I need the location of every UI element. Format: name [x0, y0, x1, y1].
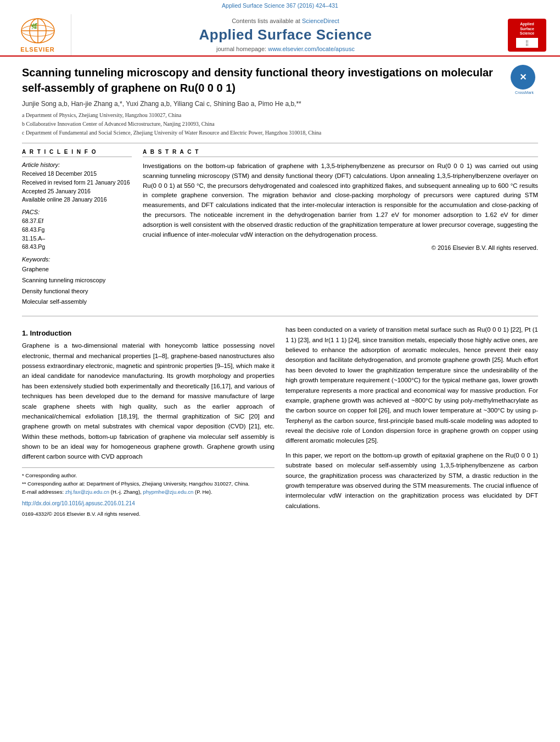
- received-date: Received 18 December 2015: [22, 170, 132, 178]
- email-info: E-mail addresses: zhj.fax@zju.edu.cn (H.…: [22, 488, 275, 496]
- pacs-2: 31.15.A–: [22, 235, 132, 243]
- abstract-label: A B S T R A C T: [143, 149, 538, 157]
- accepted-date: Accepted 25 January 2016: [22, 187, 132, 196]
- page: Applied Surface Science 367 (2016) 424–4…: [0, 0, 560, 742]
- email-link-2[interactable]: phypmhe@zju.edu.cn: [143, 489, 193, 495]
- intro-para1: Graphene is a two-dimensional material w…: [22, 341, 275, 462]
- abstract-column: A B S T R A C T Investigations on the bo…: [143, 149, 538, 308]
- article-history: Article history: Received 18 December 20…: [22, 161, 132, 204]
- article-content: Scanning tunneling microscopy and densit…: [0, 57, 560, 527]
- pacs-section: PACS: 68.37.Ef 68.43.Fg 31.15.A– 68.43.P…: [22, 209, 132, 252]
- keywords-section: Keywords: Graphene Scanning tunneling mi…: [22, 256, 132, 308]
- journal-logo-right: AppliedSurfaceScience ||||||: [500, 14, 549, 55]
- article-title: Scanning tunneling microscopy and densit…: [22, 65, 502, 96]
- keyword-0: Graphene: [22, 264, 132, 275]
- affiliation-c: c Department of Fundamental and Social S…: [22, 129, 502, 137]
- crossmark-badge: ✕ CrossMark: [511, 65, 538, 94]
- keyword-1: Scanning tunneling microscopy: [22, 275, 132, 286]
- intro-para2-right: has been conducted on a variety of trans…: [285, 325, 538, 446]
- body-left-col: 1. Introduction Graphene is a two-dimens…: [22, 325, 275, 518]
- intro-para3-right: In this paper, we report on the bottom-u…: [285, 450, 538, 511]
- pacs-3: 68.43.Pg: [22, 243, 132, 252]
- article-title-text: Scanning tunneling microscopy and densit…: [22, 65, 502, 137]
- article-info-label: A R T I C L E I N F O: [22, 149, 132, 157]
- elsevier-label: ELSEVIER: [20, 46, 54, 53]
- abstract-copyright: © 2016 Elsevier B.V. All rights reserved…: [143, 244, 538, 251]
- journal-title: Applied Surface Science: [199, 26, 372, 43]
- sciencedirect-link[interactable]: ScienceDirect: [302, 18, 339, 24]
- article-authors: Junjie Song a,b, Han-jie Zhang a,*, Yuxi…: [22, 100, 502, 108]
- svg-text:🌿: 🌿: [31, 23, 38, 30]
- doi-link: http://dx.doi.org/10.1016/j.apsusc.2016.…: [22, 499, 275, 508]
- affiliation-a: a Department of Physics, Zhejiang Univer…: [22, 111, 502, 120]
- crossmark-icon: ✕: [511, 65, 535, 90]
- affiliation-b: b Collaborative Innovation Center of Adv…: [22, 120, 502, 129]
- journal-center: Contents lists available at ScienceDirec…: [71, 14, 500, 55]
- info-abstract-row: A R T I C L E I N F O Article history: R…: [22, 149, 538, 316]
- doi-anchor[interactable]: http://dx.doi.org/10.1016/j.apsusc.2016.…: [22, 500, 135, 506]
- abstract-text: Investigations on the bottom-up fabricat…: [143, 161, 538, 240]
- footnote-area: * Corresponding author. ** Corresponding…: [22, 467, 275, 518]
- history-label: Article history:: [22, 161, 132, 168]
- keywords-label: Keywords:: [22, 256, 132, 263]
- available-date: Available online 28 January 2016: [22, 196, 132, 204]
- received-revised-date: Received in revised form 21 January 2016: [22, 178, 132, 187]
- aps-logo: AppliedSurfaceScience ||||||: [508, 19, 546, 52]
- article-title-area: Scanning tunneling microscopy and densit…: [22, 65, 538, 143]
- body-two-col: 1. Introduction Graphene is a two-dimens…: [22, 325, 538, 518]
- email-link-1[interactable]: zhj.fax@zju.edu.cn: [65, 489, 109, 495]
- intro-heading: 1. Introduction: [22, 329, 275, 337]
- corresponding-author-1: * Corresponding author.: [22, 471, 275, 479]
- elsevier-logo: 🌿 ELSEVIER: [11, 14, 71, 55]
- homepage-url[interactable]: www.elsevier.com/locate/apsusc: [268, 46, 355, 52]
- journal-header: 🌿 ELSEVIER Contents lists available at S…: [0, 11, 560, 57]
- pacs-1: 68.43.Fg: [22, 226, 132, 235]
- issn-text: 0169-4332/© 2016 Elsevier B.V. All right…: [22, 510, 275, 518]
- keyword-2: Density functional theory: [22, 286, 132, 297]
- article-info-column: A R T I C L E I N F O Article history: R…: [22, 149, 132, 308]
- body-right-col: has been conducted on a variety of trans…: [285, 325, 538, 518]
- affiliations: a Department of Physics, Zhejiang Univer…: [22, 111, 502, 137]
- pacs-label: PACS:: [22, 209, 132, 215]
- pacs-0: 68.37.Ef: [22, 217, 132, 226]
- corresponding-author-2: ** Corresponding author at: Department o…: [22, 479, 275, 488]
- contents-available: Contents lists available at ScienceDirec…: [232, 18, 339, 24]
- citation-text: Applied Surface Science 367 (2016) 424–4…: [222, 2, 338, 9]
- keyword-3: Molecular self-assembly: [22, 297, 132, 308]
- journal-homepage: journal homepage: www.elsevier.com/locat…: [216, 46, 355, 52]
- top-citation: Applied Surface Science 367 (2016) 424–4…: [0, 0, 560, 11]
- elsevier-globe-icon: 🌿: [19, 17, 57, 44]
